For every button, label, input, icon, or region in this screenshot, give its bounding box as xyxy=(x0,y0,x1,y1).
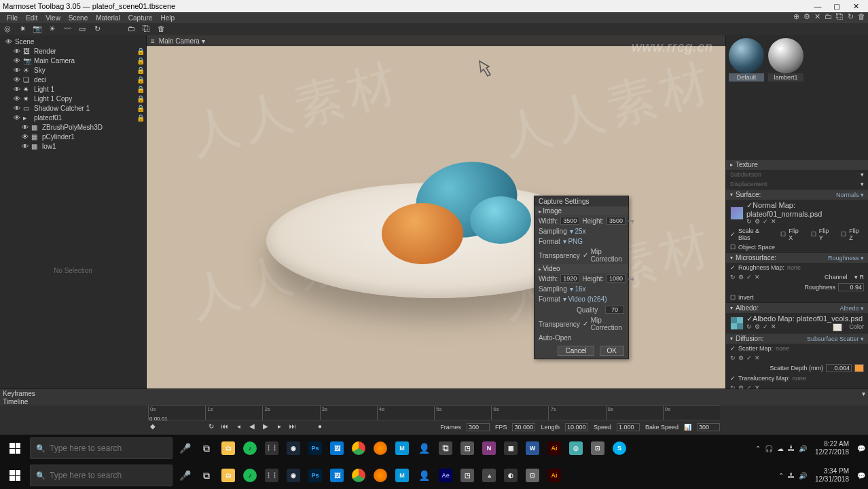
microsurface-section-header[interactable]: ▾Microsurface:Roughness ▾ xyxy=(726,252,868,263)
firefox-icon[interactable] xyxy=(371,437,390,459)
folder-icon[interactable]: 🗀 xyxy=(126,24,136,34)
image-width-input[interactable] xyxy=(560,217,579,225)
add-camera-icon[interactable]: 📷 xyxy=(33,24,42,34)
viewport-menu-icon[interactable]: ≡ xyxy=(151,37,155,45)
reload-icon[interactable]: ↻ xyxy=(730,274,736,280)
skype-icon[interactable]: S xyxy=(610,437,629,459)
visibility-icon[interactable]: 👁 xyxy=(5,38,14,45)
lock-icon[interactable]: 🔒 xyxy=(137,105,145,112)
clear-icon[interactable]: ✕ xyxy=(755,355,760,361)
diffusion-section-header[interactable]: ▾Diffusion:Subsurface Scatter ▾ xyxy=(726,333,868,344)
albedo-map-checkbox[interactable]: ✓ xyxy=(746,314,753,323)
albedo-section-header[interactable]: ▾Albedo:Albedo ▾ xyxy=(726,302,868,313)
check-icon[interactable]: ✓ xyxy=(746,274,752,280)
play-icon[interactable]: ▶ xyxy=(261,422,270,432)
scene-node-plateof01[interactable]: 👁▸plateof01🔒 xyxy=(1,113,145,122)
roughmap-checkbox[interactable]: ✓ xyxy=(730,264,736,271)
people-icon[interactable]: 👤 xyxy=(414,465,433,486)
menu-capture[interactable]: Capture xyxy=(124,14,157,22)
taskbar-search[interactable]: 🔍 xyxy=(30,437,173,459)
visibility-icon[interactable]: 👁 xyxy=(14,48,22,54)
explorer-icon[interactable]: 🗂 xyxy=(219,465,238,486)
image-height-input[interactable] xyxy=(607,217,626,225)
app8-icon[interactable]: ◐ xyxy=(501,465,520,486)
reload-icon[interactable]: ↻ xyxy=(746,323,752,331)
visibility-icon[interactable]: 👁 xyxy=(22,124,30,130)
scatter-color-swatch[interactable] xyxy=(854,364,864,372)
visibility-icon[interactable]: 👁 xyxy=(14,86,22,92)
albedo-mode-dropdown[interactable]: Albedo ▾ xyxy=(839,305,864,312)
steam-icon[interactable]: ◉ xyxy=(284,465,303,486)
network-icon[interactable]: 🖧 xyxy=(788,472,795,479)
surface-mode-dropdown[interactable]: Normals ▾ xyxy=(836,192,864,198)
step-back-icon[interactable]: ◂ xyxy=(234,422,243,432)
video-format-dropdown[interactable]: ▾ Video (h264) xyxy=(563,295,607,303)
add-shadow-icon[interactable]: ▭ xyxy=(77,24,87,34)
visibility-icon[interactable]: 👁 xyxy=(14,95,22,102)
flipy-checkbox[interactable]: ☐ xyxy=(811,231,816,238)
transmap-checkbox[interactable]: ✓ xyxy=(730,375,736,382)
swap-dimensions-icon[interactable]: ⇆ xyxy=(628,217,634,225)
scattermap-checkbox[interactable]: ✓ xyxy=(730,345,736,352)
check-icon[interactable]: ✓ xyxy=(763,323,768,331)
illustrator-icon[interactable]: Ai xyxy=(545,437,564,459)
scale-bias-checkbox[interactable]: ✓ xyxy=(730,231,736,238)
duplicate2-icon[interactable]: ⿻ xyxy=(836,12,844,21)
scene-node-sky[interactable]: 👁☀Sky🔒 xyxy=(1,65,145,75)
taskbar-clock[interactable]: 3:34 PM12/31/2018 xyxy=(811,467,853,484)
photos-icon[interactable]: 🖼 xyxy=(327,465,346,486)
scene-root[interactable]: 👁 Scene xyxy=(1,37,145,46)
reload-icon[interactable]: ↻ xyxy=(730,384,736,388)
app3-icon[interactable]: ◳ xyxy=(458,437,477,459)
goto-end-icon[interactable]: ⏭ xyxy=(288,422,297,432)
add-turntable-icon[interactable]: ↻ xyxy=(92,24,102,34)
app5-icon[interactable]: ◎ xyxy=(566,437,585,459)
app3-icon[interactable]: ◳ xyxy=(458,465,477,486)
gear-icon[interactable]: ⚙ xyxy=(738,274,744,280)
add-fog-icon[interactable]: 〰 xyxy=(62,24,72,34)
visibility-icon[interactable]: 👁 xyxy=(14,76,22,83)
search-input[interactable] xyxy=(50,471,166,480)
refresh-icon[interactable]: ↻ xyxy=(848,12,854,21)
scene-node-shadow[interactable]: 👁▭Shadow Catcher 1🔒 xyxy=(1,103,145,113)
close-panel-icon[interactable]: ✕ xyxy=(814,12,820,21)
key-prev-icon[interactable]: ◆ xyxy=(148,422,158,432)
target-icon[interactable]: ⊕ xyxy=(793,12,799,21)
gear-icon[interactable]: ⚙ xyxy=(755,218,760,225)
gear-icon[interactable]: ⚙ xyxy=(738,384,744,388)
flipz-checkbox[interactable]: ☐ xyxy=(841,231,846,238)
steam-icon[interactable]: ◉ xyxy=(284,437,303,459)
frames-input[interactable] xyxy=(467,423,490,431)
diffusion-mode-dropdown[interactable]: Subsurface Scatter ▾ xyxy=(807,336,864,342)
clear-icon[interactable]: ✕ xyxy=(771,323,776,331)
menu-file[interactable]: File xyxy=(3,14,22,22)
window-minimize[interactable]: — xyxy=(808,2,827,10)
bake-graph-icon[interactable]: 📊 xyxy=(684,424,691,431)
reload-icon[interactable]: ↻ xyxy=(746,218,752,225)
goto-start-icon[interactable]: ⏮ xyxy=(220,422,230,432)
channel-dropdown[interactable]: ▾ R xyxy=(854,274,864,280)
scene-node-render[interactable]: 👁🖼Render🔒 xyxy=(1,46,145,56)
window-maximize[interactable]: ▢ xyxy=(827,2,846,11)
maya-icon[interactable]: M xyxy=(393,437,412,459)
roughness-input[interactable] xyxy=(838,283,864,291)
add-sky-icon[interactable]: ☀ xyxy=(48,24,57,34)
albedo-map-thumb[interactable] xyxy=(730,316,744,330)
clear-icon[interactable]: ✕ xyxy=(755,274,760,280)
material-lambert-thumb[interactable] xyxy=(768,38,803,73)
scene-node-zbrush[interactable]: 👁▦ZBrushPolyMesh3D xyxy=(1,122,145,132)
clear-icon[interactable]: ✕ xyxy=(771,218,776,225)
reload-icon[interactable]: ↻ xyxy=(730,355,736,361)
lock-icon[interactable]: 🔒 xyxy=(137,48,145,55)
chrome-icon[interactable] xyxy=(349,437,368,459)
maya-icon[interactable]: M xyxy=(393,465,412,486)
menu-view[interactable]: View xyxy=(41,14,65,22)
material-lambert-label[interactable]: lambert1 xyxy=(768,73,803,82)
firefox-icon[interactable] xyxy=(371,465,390,486)
menu-edit[interactable]: Edit xyxy=(22,14,41,22)
explorer-icon[interactable]: 🗂 xyxy=(219,437,238,459)
scene-node-deci[interactable]: 👁❏deci🔒 xyxy=(1,75,145,84)
bake-input[interactable] xyxy=(697,423,720,431)
scene-node-light1[interactable]: 👁✷Light 1🔒 xyxy=(1,84,145,94)
flipx-checkbox[interactable]: ☐ xyxy=(780,231,786,238)
